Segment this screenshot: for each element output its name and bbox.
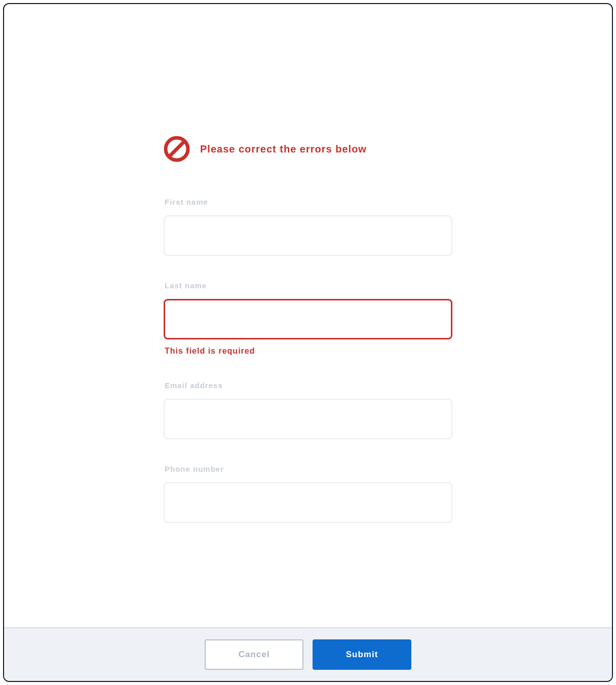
alert-message: Please correct the errors below (200, 143, 367, 155)
field-3-input[interactable] (164, 399, 452, 439)
form-error-alert: Please correct the errors below (164, 136, 452, 162)
svg-line-1 (169, 141, 184, 157)
field-4-label: Phone number (165, 465, 452, 473)
field-1-label: First name (165, 198, 452, 206)
cancel-button[interactable]: Cancel (205, 639, 303, 670)
field-3-label: Email address (165, 381, 452, 390)
form-field-1: First name (164, 198, 452, 256)
form-field-4: Phone number (164, 465, 452, 523)
submit-button[interactable]: Submit (313, 639, 411, 670)
form-field-3: Email address (164, 381, 452, 439)
dialog-footer: Cancel Submit (4, 627, 612, 681)
form-field-2: Last name This field is required (164, 281, 452, 356)
form-content: Please correct the errors below First na… (4, 4, 612, 627)
field-1-input[interactable] (164, 215, 452, 256)
field-2-label: Last name (165, 281, 452, 290)
form-container: Please correct the errors below First na… (164, 136, 452, 548)
field-2-error-message: This field is required (165, 347, 452, 356)
dialog-window: Please correct the errors below First na… (3, 3, 613, 682)
field-4-input[interactable] (164, 482, 452, 523)
field-2-input[interactable] (164, 299, 452, 339)
no-symbol-icon (164, 136, 190, 162)
